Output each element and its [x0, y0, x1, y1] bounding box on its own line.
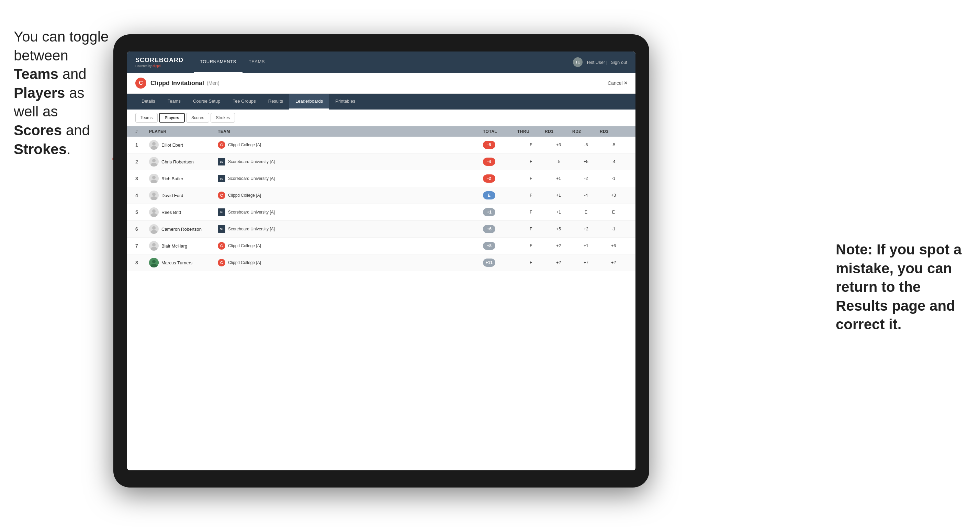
avatar: [149, 157, 159, 167]
player-cell: Cameron Robertson: [149, 224, 218, 234]
player-cell: David Ford: [149, 190, 218, 200]
thru-val: F: [517, 260, 545, 265]
rd1-val: +1: [545, 176, 572, 181]
svg-point-6: [151, 179, 157, 183]
tab-course-setup[interactable]: Course Setup: [187, 94, 227, 110]
rd2-val: +2: [572, 227, 600, 232]
rd3-val: +6: [600, 243, 627, 248]
nav-links: TOURNAMENTS TEAMS: [194, 51, 573, 73]
col-total: TOTAL: [483, 129, 517, 134]
col-rd2: RD2: [572, 129, 600, 134]
player-rank: 4: [135, 193, 149, 198]
col-rd3: RD3: [600, 129, 627, 134]
rd3-val: -1: [600, 176, 627, 181]
player-cell: Rich Butler: [149, 174, 218, 183]
cancel-button[interactable]: Cancel ×: [608, 80, 627, 86]
tablet-device: SCOREBOARD Powered by clippd TOURNAMENTS…: [113, 34, 649, 487]
col-thru: THRU: [517, 129, 545, 134]
rd1-val: +3: [545, 143, 572, 147]
tab-teams[interactable]: Teams: [161, 94, 187, 110]
total-score: +6: [483, 225, 495, 233]
players-bold: Players: [14, 85, 65, 101]
team-icon: SU: [218, 175, 225, 182]
thru-val: F: [517, 243, 545, 248]
tab-details[interactable]: Details: [135, 94, 161, 110]
col-rd1: RD1: [545, 129, 572, 134]
player-rank: 7: [135, 243, 149, 249]
logo-sub: Powered by clippd: [135, 64, 183, 68]
team-name: Scoreboard University [A]: [228, 176, 275, 181]
toggle-players-button[interactable]: Players: [159, 113, 185, 122]
rd1-val: +2: [545, 243, 572, 248]
avatar: [149, 140, 159, 150]
player-cell: Elliot Ebert: [149, 140, 218, 150]
svg-point-14: [151, 247, 157, 251]
tab-printables[interactable]: Printables: [329, 94, 361, 110]
team-icon: SU: [218, 225, 225, 233]
player-name: Rich Butler: [161, 176, 183, 181]
total-score: -2: [483, 175, 495, 183]
col-team: TEAM: [218, 129, 483, 134]
rd2-val: E: [572, 210, 600, 214]
toggle-bar: Teams Players Scores Strokes: [127, 110, 635, 126]
toggle-scores-button[interactable]: Scores: [186, 113, 209, 122]
nav-teams[interactable]: TEAMS: [242, 51, 271, 73]
tab-results[interactable]: Results: [262, 94, 289, 110]
svg-point-13: [152, 243, 156, 246]
toggle-teams-button[interactable]: Teams: [135, 113, 158, 122]
avatar: [149, 224, 159, 234]
table-row: 3 Rich Butler SU Scoreboard University […: [127, 170, 635, 187]
avatar: [149, 241, 159, 251]
left-annotation: You can toggle between Teams and Players…: [14, 27, 110, 159]
table-row: 7 Blair McHarg C Clippd College [A] +8 F…: [127, 238, 635, 254]
rd2-val: -6: [572, 143, 600, 147]
team-icon: C: [218, 141, 225, 149]
team-icon: C: [218, 242, 225, 249]
thru-val: F: [517, 210, 545, 214]
tab-tee-groups[interactable]: Tee Groups: [227, 94, 262, 110]
cancel-label: Cancel: [608, 80, 623, 86]
tab-leaderboards[interactable]: Leaderboards: [289, 94, 329, 110]
team-name: Clippd College [A]: [228, 260, 261, 265]
cancel-x-icon: ×: [624, 80, 627, 86]
player-name: Elliot Ebert: [161, 143, 183, 148]
toggle-strokes-button[interactable]: Strokes: [210, 113, 235, 122]
user-avatar: TU: [573, 57, 582, 67]
sign-out-link[interactable]: Sign out: [611, 60, 627, 65]
logo-text: SCOREBOARD: [135, 57, 183, 64]
player-cell: Chris Robertson: [149, 157, 218, 167]
svg-point-5: [152, 176, 156, 179]
player-name: David Ford: [161, 193, 183, 198]
rd1-val: +1: [545, 210, 572, 214]
total-score: -8: [483, 141, 495, 149]
total-score: +1: [483, 208, 495, 216]
thru-val: F: [517, 193, 545, 198]
nav-tournaments[interactable]: TOURNAMENTS: [194, 51, 242, 73]
team-cell: SU Scoreboard University [A]: [218, 158, 483, 165]
table-row: 6 Cameron Robertson SU Scoreboard Univer…: [127, 221, 635, 238]
strokes-bold: Strokes: [14, 141, 67, 157]
svg-point-4: [151, 163, 157, 167]
rd3-val: -5: [600, 143, 627, 147]
team-name: Clippd College [A]: [228, 143, 261, 147]
logo-area: SCOREBOARD Powered by clippd: [135, 57, 183, 68]
sub-tabs: Details Teams Course Setup Tee Groups Re…: [127, 94, 635, 110]
col-rank: #: [135, 129, 149, 134]
team-cell: SU Scoreboard University [A]: [218, 225, 483, 233]
player-name: Marcus Turners: [161, 260, 192, 265]
table-header: # PLAYER TEAM TOTAL THRU RD1 RD2 RD3: [127, 126, 635, 137]
rd3-val: -4: [600, 159, 627, 164]
player-name: Cameron Robertson: [161, 227, 202, 232]
player-rank: 1: [135, 142, 149, 148]
leaderboard-table: 1 Elliot Ebert C Clippd College [A] -8 F…: [127, 137, 635, 470]
player-cell: Rees Britt: [149, 207, 218, 217]
svg-point-12: [151, 230, 157, 234]
total-score: +8: [483, 242, 495, 250]
rd3-val: -1: [600, 227, 627, 232]
team-name: Scoreboard University [A]: [228, 210, 275, 214]
svg-point-10: [151, 213, 157, 217]
table-row: 5 Rees Britt SU Scoreboard University [A…: [127, 204, 635, 221]
team-name: Scoreboard University [A]: [228, 227, 275, 232]
rd2-val: +5: [572, 159, 600, 164]
total-score: E: [483, 191, 495, 200]
